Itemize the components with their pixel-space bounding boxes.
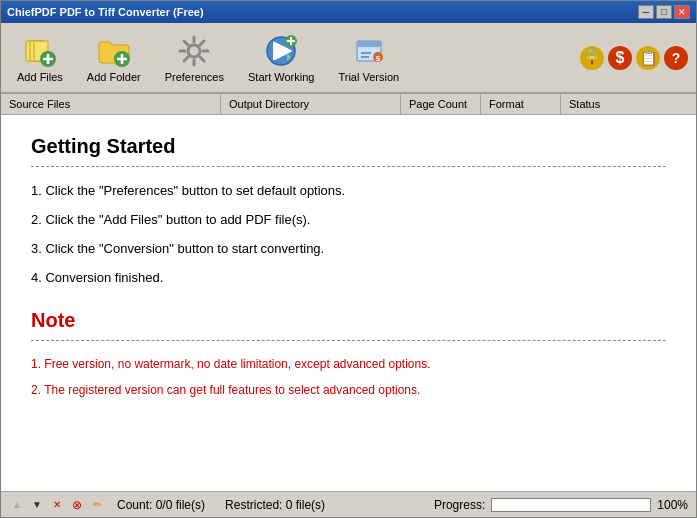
add-folder-icon — [96, 33, 132, 69]
add-files-label: Add Files — [17, 71, 63, 83]
help-icon-button[interactable]: ? — [664, 46, 688, 70]
title-bar: ChiefPDF PDF to Tiff Converter (Free) ─ … — [1, 1, 696, 23]
status-bar: ▲ ▼ ✕ ⊗ ✏ Count: 0/0 file(s) Restricted:… — [1, 491, 696, 517]
content-area: Getting Started 1. Click the "Preference… — [1, 115, 696, 491]
svg-line-17 — [184, 57, 188, 61]
col-source-files: Source Files — [1, 94, 221, 114]
col-format: Format — [481, 94, 561, 114]
note-title: Note — [31, 309, 666, 332]
status-left: ▲ ▼ ✕ ⊗ ✏ Count: 0/0 file(s) Restricted:… — [9, 497, 325, 513]
nav-clear-button[interactable]: ⊗ — [69, 497, 85, 513]
note-divider — [31, 340, 666, 341]
minimize-button[interactable]: ─ — [638, 5, 654, 19]
restricted-label: Restricted: 0 file(s) — [225, 498, 325, 512]
trial-version-button[interactable]: $ Trial Version — [330, 29, 407, 87]
preferences-label: Preferences — [165, 71, 224, 83]
progress-bar — [491, 498, 651, 512]
toolbar-left: Add Files Add Folder — [9, 29, 407, 87]
main-window: ChiefPDF PDF to Tiff Converter (Free) ─ … — [0, 0, 697, 518]
col-page-count: Page Count — [401, 94, 481, 114]
svg-point-9 — [188, 45, 200, 57]
table-header: Source Files Output Directory Page Count… — [1, 93, 696, 115]
title-divider — [31, 166, 666, 167]
nav-edit-button[interactable]: ✏ — [89, 497, 105, 513]
svg-rect-23 — [357, 41, 381, 47]
note-1: 1. Free version, no watermark, no date l… — [31, 357, 666, 371]
dollar-icon-button[interactable]: $ — [608, 46, 632, 70]
step-2: 2. Click the "Add Files" button to add P… — [31, 212, 666, 227]
toolbar-right: 🔒 $ 📋 ? — [580, 46, 688, 70]
lock-icon-button[interactable]: 🔒 — [580, 46, 604, 70]
note-2: 2. The registered version can get full f… — [31, 383, 666, 397]
col-status: Status — [561, 94, 696, 114]
trial-version-icon: $ — [351, 33, 387, 69]
progress-percent: 100% — [657, 498, 688, 512]
toolbar: Add Files Add Folder — [1, 23, 696, 93]
progress-label: Progress: — [434, 498, 485, 512]
add-files-icon — [22, 33, 58, 69]
preferences-button[interactable]: Preferences — [157, 29, 232, 87]
preferences-icon — [176, 33, 212, 69]
step-3: 3. Click the "Conversion" button to star… — [31, 241, 666, 256]
step-1: 1. Click the "Preferences" button to set… — [31, 183, 666, 198]
svg-line-14 — [184, 41, 188, 45]
step-4: 4. Conversion finished. — [31, 270, 666, 285]
close-button[interactable]: ✕ — [674, 5, 690, 19]
title-bar-buttons: ─ □ ✕ — [638, 5, 690, 19]
nav-up-button[interactable]: ▲ — [9, 497, 25, 513]
nav-down-button[interactable]: ▼ — [29, 497, 45, 513]
start-working-label: Start Working — [248, 71, 314, 83]
status-right: Progress: 100% — [434, 498, 688, 512]
col-output-directory: Output Directory — [221, 94, 401, 114]
register-icon-button[interactable]: 📋 — [636, 46, 660, 70]
getting-started-title: Getting Started — [31, 135, 666, 158]
note-list: 1. Free version, no watermark, no date l… — [31, 357, 666, 397]
svg-line-15 — [200, 57, 204, 61]
count-label: Count: 0/0 file(s) — [117, 498, 205, 512]
restore-button[interactable]: □ — [656, 5, 672, 19]
add-folder-label: Add Folder — [87, 71, 141, 83]
add-files-button[interactable]: Add Files — [9, 29, 71, 87]
nav-delete-button[interactable]: ✕ — [49, 497, 65, 513]
svg-text:$: $ — [376, 54, 381, 63]
window-title: ChiefPDF PDF to Tiff Converter (Free) — [7, 6, 204, 18]
add-folder-button[interactable]: Add Folder — [79, 29, 149, 87]
steps-list: 1. Click the "Preferences" button to set… — [31, 183, 666, 285]
start-working-icon — [263, 33, 299, 69]
start-working-button[interactable]: Start Working — [240, 29, 322, 87]
svg-line-16 — [200, 41, 204, 45]
trial-version-label: Trial Version — [338, 71, 399, 83]
